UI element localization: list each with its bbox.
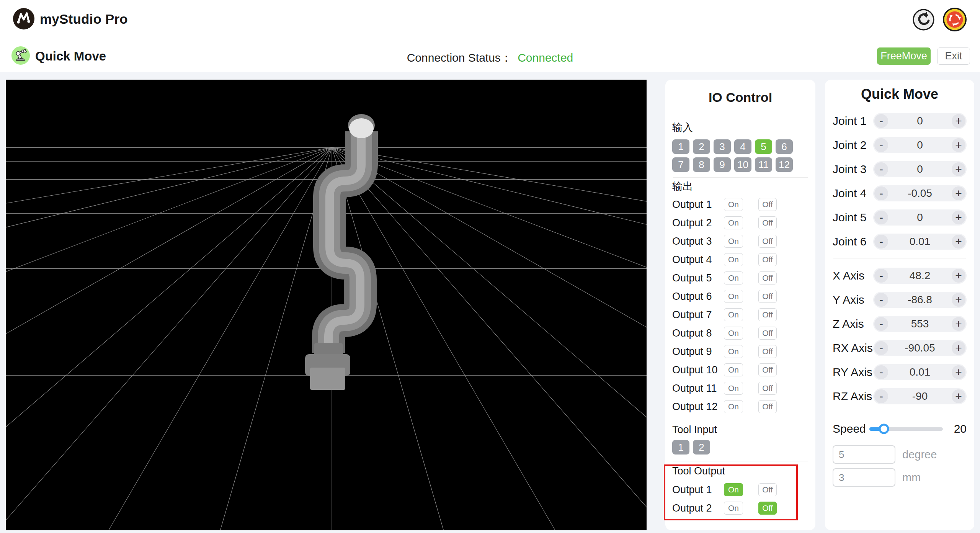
emergency-stop-button[interactable] bbox=[942, 7, 967, 33]
brand-logo-icon bbox=[13, 8, 34, 29]
output-row-6: Output 6 On Off bbox=[672, 287, 808, 306]
scene bbox=[6, 80, 647, 530]
output-5-on-button[interactable]: On bbox=[724, 271, 743, 284]
output-4-off-button[interactable]: Off bbox=[758, 253, 777, 266]
output-row-11: Output 11 On Off bbox=[672, 379, 808, 397]
page-title: Quick Move bbox=[35, 49, 106, 64]
connection-status-label: Connection Status： bbox=[407, 51, 512, 64]
output-4-on-button[interactable]: On bbox=[724, 253, 743, 266]
joint-6-label: Joint 6 bbox=[833, 235, 873, 248]
ry-axis-minus-button[interactable]: - bbox=[874, 365, 888, 379]
undo-button[interactable] bbox=[913, 9, 934, 32]
z-axis-plus-button[interactable]: + bbox=[952, 317, 965, 331]
joint-1-minus-button[interactable]: - bbox=[874, 114, 888, 128]
ry-axis-plus-button[interactable]: + bbox=[952, 365, 965, 379]
output-8-on-button[interactable]: On bbox=[724, 327, 743, 340]
input-4-button[interactable]: 4 bbox=[734, 139, 751, 154]
y-axis-minus-button[interactable]: - bbox=[874, 293, 888, 307]
tool-output-2-on-button[interactable]: On bbox=[724, 502, 743, 515]
output-1-off-button[interactable]: Off bbox=[758, 198, 777, 211]
x-axis-plus-button[interactable]: + bbox=[952, 269, 965, 283]
joint-5-plus-button[interactable]: + bbox=[952, 211, 965, 224]
joint-6-row: Joint 6 - 0.01 + bbox=[833, 229, 967, 253]
speed-slider-thumb[interactable] bbox=[879, 424, 889, 434]
quick-move-title: Quick Move bbox=[833, 80, 967, 109]
mm-unit-label: mm bbox=[902, 471, 921, 484]
input-8-button[interactable]: 8 bbox=[693, 157, 710, 172]
output-11-on-button[interactable]: On bbox=[724, 382, 743, 395]
output-7-off-button[interactable]: Off bbox=[758, 308, 777, 321]
joint-5-value: 0 bbox=[888, 211, 952, 224]
input-1-button[interactable]: 1 bbox=[672, 139, 689, 154]
tool-output-1-on-button[interactable]: On bbox=[724, 483, 743, 496]
y-axis-value: -86.8 bbox=[888, 294, 952, 306]
speed-slider[interactable] bbox=[869, 427, 943, 431]
input-7-button[interactable]: 7 bbox=[672, 157, 689, 172]
output-row-1: Output 1 On Off bbox=[672, 195, 808, 214]
input-3-button[interactable]: 3 bbox=[714, 139, 731, 154]
joint-6-plus-button[interactable]: + bbox=[952, 235, 965, 249]
output-12-on-button[interactable]: On bbox=[724, 400, 743, 413]
output-7-on-button[interactable]: On bbox=[724, 308, 743, 321]
tool-input-1-button[interactable]: 1 bbox=[672, 440, 689, 455]
rz-axis-plus-button[interactable]: + bbox=[952, 389, 965, 403]
z-axis-minus-button[interactable]: - bbox=[874, 317, 888, 331]
joint-3-plus-button[interactable]: + bbox=[952, 162, 965, 176]
output-3-on-button[interactable]: On bbox=[724, 235, 743, 248]
x-axis-minus-button[interactable]: - bbox=[874, 269, 888, 283]
joint-1-plus-button[interactable]: + bbox=[952, 114, 965, 128]
degree-step-input[interactable] bbox=[833, 445, 895, 464]
y-axis-label: Y Axis bbox=[833, 293, 873, 306]
output-9-off-button[interactable]: Off bbox=[758, 345, 777, 358]
output-10-off-button[interactable]: Off bbox=[758, 363, 777, 376]
output-2-on-button[interactable]: On bbox=[724, 216, 743, 229]
z-axis-row: Z Axis - 553 + bbox=[833, 312, 967, 336]
y-axis-plus-button[interactable]: + bbox=[952, 293, 965, 307]
input-5-button[interactable]: 5 bbox=[755, 139, 772, 154]
tool-input-2-button[interactable]: 2 bbox=[693, 440, 710, 455]
x-axis-stepper: - 48.2 + bbox=[873, 268, 967, 284]
input-2-button[interactable]: 2 bbox=[693, 139, 710, 154]
output-6-on-button[interactable]: On bbox=[724, 290, 743, 303]
joint-5-minus-button[interactable]: - bbox=[874, 211, 888, 224]
joint-4-plus-button[interactable]: + bbox=[952, 186, 965, 200]
output-3-off-button[interactable]: Off bbox=[758, 235, 777, 248]
input-6-button[interactable]: 6 bbox=[776, 139, 793, 154]
mm-step-row: mm bbox=[833, 468, 967, 487]
rz-axis-minus-button[interactable]: - bbox=[874, 389, 888, 403]
tool-output-1-off-button[interactable]: Off bbox=[758, 483, 777, 496]
robot-3d-viewport[interactable] bbox=[6, 80, 647, 530]
rx-axis-plus-button[interactable]: + bbox=[952, 341, 965, 355]
output-10-on-button[interactable]: On bbox=[724, 363, 743, 376]
input-11-button[interactable]: 11 bbox=[755, 157, 772, 172]
input-10-button[interactable]: 10 bbox=[734, 157, 751, 172]
joint-2-plus-button[interactable]: + bbox=[952, 138, 965, 152]
output-9-on-button[interactable]: On bbox=[724, 345, 743, 358]
output-1-on-button[interactable]: On bbox=[724, 198, 743, 211]
input-12-button[interactable]: 12 bbox=[776, 157, 793, 172]
quick-move-icon bbox=[11, 46, 30, 65]
exit-button[interactable]: Exit bbox=[937, 47, 970, 65]
joint-2-minus-button[interactable]: - bbox=[874, 138, 888, 152]
output-8-off-button[interactable]: Off bbox=[758, 327, 777, 340]
mm-step-input[interactable] bbox=[833, 468, 895, 487]
rx-axis-label: RX Axis bbox=[833, 342, 873, 355]
x-axis-row: X Axis - 48.2 + bbox=[833, 263, 967, 288]
output-8-label: Output 8 bbox=[672, 327, 724, 339]
joint-3-minus-button[interactable]: - bbox=[874, 162, 888, 176]
joint-6-minus-button[interactable]: - bbox=[874, 235, 888, 249]
output-5-off-button[interactable]: Off bbox=[758, 271, 777, 284]
input-9-button[interactable]: 9 bbox=[714, 157, 731, 172]
output-12-off-button[interactable]: Off bbox=[758, 400, 777, 413]
output-2-off-button[interactable]: Off bbox=[758, 216, 777, 229]
joint-1-stepper: - 0 + bbox=[873, 113, 967, 129]
output-6-off-button[interactable]: Off bbox=[758, 290, 777, 303]
output-10-label: Output 10 bbox=[672, 364, 724, 376]
tool-output-2-off-button[interactable]: Off bbox=[758, 502, 777, 515]
freemove-button[interactable]: FreeMove bbox=[877, 47, 931, 65]
joint-4-minus-button[interactable]: - bbox=[874, 186, 888, 200]
joint-3-label: Joint 3 bbox=[833, 163, 873, 176]
rx-axis-minus-button[interactable]: - bbox=[874, 341, 888, 355]
output-11-off-button[interactable]: Off bbox=[758, 382, 777, 395]
robot-arm bbox=[305, 114, 375, 390]
